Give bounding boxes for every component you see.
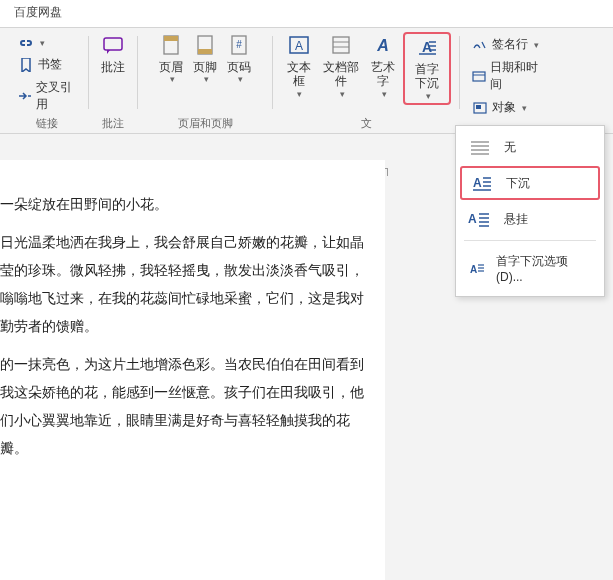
footer-label: 页脚 xyxy=(193,60,217,74)
chevron-down-icon: ▾ xyxy=(534,40,539,50)
bookmark-icon xyxy=(18,58,34,72)
wordart-icon: A xyxy=(372,34,394,56)
signature-icon xyxy=(472,38,488,52)
chevron-down-icon: ▾ xyxy=(238,74,243,84)
wordart-button[interactable]: A 艺术字 ▾ xyxy=(365,32,401,105)
header-button[interactable]: 页眉 ▾ xyxy=(155,32,187,86)
drop-icon: A xyxy=(470,174,494,192)
comment-button[interactable]: 批注 xyxy=(97,32,129,76)
tab-strip: 百度网盘 xyxy=(0,0,613,28)
signature-button[interactable]: 签名行 ▾ xyxy=(468,34,546,55)
dropdown-separator xyxy=(464,240,596,241)
group-right: 签名行 ▾ 日期和时间 对象 ▾ xyxy=(462,32,552,133)
chevron-down-icon: ▾ xyxy=(170,74,175,84)
svg-rect-4 xyxy=(198,49,212,54)
svg-rect-18 xyxy=(473,72,485,81)
ribbon: ▾ 书签 交叉引用 链接 批注 批注 页眉 ▾ xyxy=(0,28,613,134)
dropcap-none-label: 无 xyxy=(504,139,516,156)
dropcap-none[interactable]: 无 xyxy=(456,130,604,164)
textbox-icon: A xyxy=(288,34,310,56)
link-icon xyxy=(18,36,34,50)
tab-baidu[interactable]: 百度网盘 xyxy=(0,0,76,27)
dropcap-highlight: A 首字下沉 ▾ xyxy=(403,32,451,105)
datetime-label: 日期和时间 xyxy=(490,59,542,93)
parts-label: 文档部件 xyxy=(323,60,360,89)
doc-para-2: 日光温柔地洒在我身上，我会舒展自己娇嫩的花瓣，让如晶莹的珍珠。微风轻拂，我轻轻摇… xyxy=(0,228,375,340)
comment-icon xyxy=(102,34,124,56)
svg-rect-21 xyxy=(476,105,481,109)
bookmark-label: 书签 xyxy=(38,56,62,73)
svg-text:A: A xyxy=(473,176,482,190)
object-button[interactable]: 对象 ▾ xyxy=(468,97,546,118)
chevron-down-icon: ▾ xyxy=(297,89,302,99)
svg-text:#: # xyxy=(236,39,242,50)
object-icon xyxy=(472,101,488,115)
group-links-label: 链接 xyxy=(8,116,86,131)
doc-para-3: 的一抹亮色，为这片土地增添色彩。当农民伯伯在田间看到我这朵娇艳的花，能感到一丝惬… xyxy=(0,350,375,462)
dropcap-hang-label: 悬挂 xyxy=(504,211,528,228)
bookmark-button[interactable]: 书签 xyxy=(14,54,80,75)
group-hf-label: 页眉和页脚 xyxy=(140,116,270,131)
group-text-label: 文 xyxy=(275,116,457,131)
hang-icon: A xyxy=(468,210,492,228)
signature-label: 签名行 xyxy=(492,36,528,53)
chevron-down-icon: ▾ xyxy=(340,89,345,99)
dropcap-label: 首字下沉 xyxy=(409,62,445,91)
svg-text:A: A xyxy=(295,39,303,53)
group-anno-label: 批注 xyxy=(91,116,135,131)
chevron-down-icon: ▾ xyxy=(382,89,387,99)
dropcap-dropdown: 无 A 下沉 A 悬挂 A 首字下沉选项(D)... xyxy=(455,125,605,297)
dropcap-icon: A xyxy=(416,36,438,58)
none-icon xyxy=(468,138,492,156)
dropcap-drop-label: 下沉 xyxy=(506,175,530,192)
parts-button[interactable]: 文档部件 ▾ xyxy=(319,32,364,105)
group-headerfooter: 页眉 ▾ 页脚 ▾ # 页码 ▾ 页眉和页脚 xyxy=(140,32,270,133)
pagenum-label: 页码 xyxy=(227,60,251,74)
svg-text:A: A xyxy=(470,264,477,275)
chevron-down-icon: ▾ xyxy=(426,91,431,101)
dropcap-hang[interactable]: A 悬挂 xyxy=(456,202,604,236)
datetime-button[interactable]: 日期和时间 xyxy=(468,57,546,95)
xref-icon xyxy=(18,89,32,103)
wordart-label: 艺术字 xyxy=(369,60,397,89)
svg-text:A: A xyxy=(468,212,477,226)
dropcap-drop[interactable]: A 下沉 xyxy=(460,166,600,200)
group-text: A 文本框 ▾ 文档部件 ▾ A 艺术字 ▾ A 首字下沉 ▾ xyxy=(275,32,457,133)
svg-rect-9 xyxy=(333,37,349,53)
header-label: 页眉 xyxy=(159,60,183,74)
textbox-button[interactable]: A 文本框 ▾ xyxy=(281,32,317,105)
parts-icon xyxy=(330,34,352,56)
dropcap-options[interactable]: A 首字下沉选项(D)... xyxy=(456,245,604,292)
chevron-down-icon: ▾ xyxy=(522,103,527,113)
header-icon xyxy=(160,34,182,56)
group-links: ▾ 书签 交叉引用 链接 xyxy=(8,32,86,133)
group-annotation: 批注 批注 xyxy=(91,32,135,133)
chevron-down-icon: ▾ xyxy=(204,74,209,84)
object-label: 对象 xyxy=(492,99,516,116)
pagenum-icon: # xyxy=(228,34,250,56)
dropcap-options-label: 首字下沉选项(D)... xyxy=(496,253,592,284)
document-body[interactable]: 一朵绽放在田野间的小花。 日光温柔地洒在我身上，我会舒展自己娇嫩的花瓣，让如晶莹… xyxy=(0,160,385,580)
dropcap-small-icon: A xyxy=(468,260,486,278)
xref-label: 交叉引用 xyxy=(36,79,76,113)
textbox-label: 文本框 xyxy=(285,60,313,89)
xref-button[interactable]: 交叉引用 xyxy=(14,77,80,115)
doc-para-1: 一朵绽放在田野间的小花。 xyxy=(0,190,375,218)
datetime-icon xyxy=(472,69,486,83)
svg-text:A: A xyxy=(377,37,390,54)
footer-icon xyxy=(194,34,216,56)
footer-button[interactable]: 页脚 ▾ xyxy=(189,32,221,86)
svg-rect-0 xyxy=(104,38,122,50)
link-button[interactable]: ▾ xyxy=(14,34,80,52)
pagenum-button[interactable]: # 页码 ▾ xyxy=(223,32,255,86)
chevron-down-icon: ▾ xyxy=(40,38,45,48)
dropcap-button[interactable]: A 首字下沉 ▾ xyxy=(407,36,447,101)
comment-label: 批注 xyxy=(101,60,125,74)
svg-rect-2 xyxy=(164,36,178,41)
